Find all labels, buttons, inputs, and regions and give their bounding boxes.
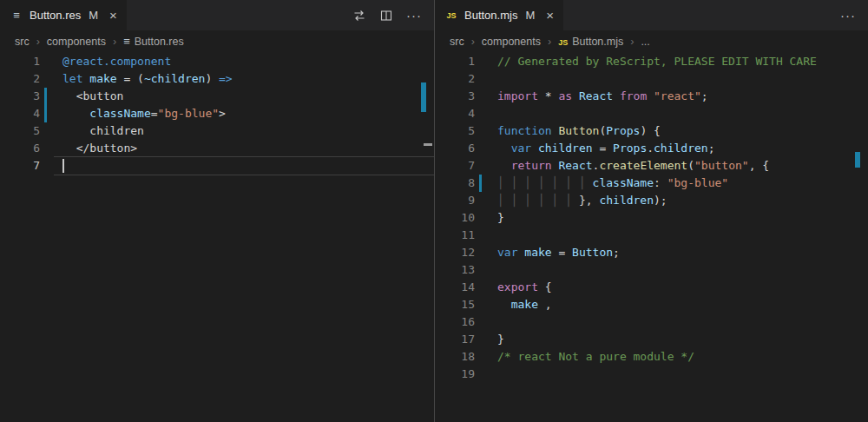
breadcrumb-separator: › [630, 36, 634, 48]
code-line[interactable]: 9│ │ │ │ │ │ }, children); [435, 192, 868, 209]
more-actions-icon[interactable]: ··· [840, 8, 856, 23]
line-number: 3 [0, 88, 40, 105]
code-line[interactable]: 7 return React.createElement("button", { [435, 157, 868, 175]
breadcrumb-separator: › [36, 36, 40, 48]
line-number: 17 [435, 331, 475, 348]
code-editor-rescript[interactable]: 1@react.component2let make = (~children)… [0, 53, 434, 422]
code-text: className="bg-blue"> [40, 105, 434, 122]
line-number: 1 [435, 53, 475, 70]
split-editor-icon[interactable] [379, 9, 393, 23]
code-line[interactable]: 6 </button> [0, 140, 434, 157]
breadcrumb-separator: › [548, 36, 551, 48]
line-number: 5 [435, 122, 475, 140]
breadcrumb-label: src [450, 36, 464, 48]
code-text: make , [475, 296, 868, 313]
code-line[interactable]: 16 [435, 313, 868, 331]
git-change-indicator [479, 175, 482, 192]
code-text: // Generated by ReScript, PLEASE EDIT WI… [475, 53, 868, 70]
breadcrumb-separator: › [471, 36, 475, 48]
code-line[interactable]: 4 [435, 105, 868, 122]
breadcrumb-item[interactable]: src [15, 36, 30, 48]
code-line[interactable]: 13 [435, 261, 868, 279]
editor-pane-left: ≡ Button.res M × ··· src›components›≡But… [0, 0, 434, 422]
breadcrumb-item[interactable]: src [450, 36, 464, 48]
line-number: 7 [0, 157, 40, 175]
code-line[interactable]: 3 <button [0, 88, 434, 105]
breadcrumb-item[interactable]: ... [641, 36, 649, 48]
tab-bar-right: JS Button.mjs M × ··· [435, 0, 868, 30]
code-line[interactable]: 17} [435, 331, 868, 348]
code-line[interactable]: 11 [435, 227, 868, 244]
tab-button-mjs[interactable]: JS Button.mjs M × [435, 0, 563, 30]
breadcrumb: src›components›≡Button.res [0, 30, 434, 53]
code-line[interactable]: 10} [435, 209, 868, 227]
line-number: 9 [435, 192, 475, 209]
git-modified-badge: M [89, 9, 98, 22]
file-icon: ≡ [10, 10, 23, 21]
code-text: export { [475, 279, 868, 296]
code-text: </button> [40, 140, 434, 157]
vscode-window: ≡ Button.res M × ··· src›components›≡But… [0, 0, 868, 422]
breadcrumb-item[interactable]: components [47, 36, 106, 48]
breadcrumb-item[interactable]: ≡Button.res [123, 36, 184, 48]
file-icon: ≡ [123, 36, 130, 48]
code-text [40, 157, 434, 175]
code-line[interactable]: 5 children [0, 122, 434, 140]
code-line[interactable]: 18/* react Not a pure module */ [435, 348, 868, 366]
tab-button-res[interactable]: ≡ Button.res M × [0, 0, 127, 30]
line-number: 5 [0, 122, 40, 140]
tab-bar-left: ≡ Button.res M × ··· [0, 0, 434, 30]
code-line[interactable]: 4 className="bg-blue"> [0, 105, 434, 122]
code-line[interactable]: 19 [435, 366, 868, 383]
code-line[interactable]: 2 [435, 70, 868, 88]
line-number: 10 [435, 209, 475, 227]
code-text: import * as React from "react"; [475, 88, 868, 105]
code-text [475, 313, 868, 331]
code-line[interactable]: 3import * as React from "react"; [435, 88, 868, 105]
code-text: } [475, 209, 868, 227]
line-number: 4 [0, 105, 40, 122]
editor-title-actions: ··· [840, 0, 868, 30]
code-text: <button [40, 88, 434, 105]
tab-label: Button.res [30, 9, 81, 22]
code-line[interactable]: 7 [0, 157, 434, 175]
code-text: } [475, 331, 868, 348]
breadcrumb-item[interactable]: components [482, 36, 541, 48]
js-icon: JS [444, 11, 458, 20]
close-icon[interactable]: × [109, 8, 117, 23]
code-line[interactable]: 8│ │ │ │ │ │ │ className: "bg-blue" [435, 175, 868, 192]
breadcrumb-label: components [47, 36, 106, 48]
code-text [475, 105, 868, 122]
breadcrumb-label: components [482, 36, 541, 48]
breadcrumb-separator: › [113, 36, 116, 48]
breadcrumb-item[interactable]: JSButton.mjs [558, 36, 623, 48]
code-line[interactable]: 12var make = Button; [435, 244, 868, 261]
code-line[interactable]: 6 var children = Props.children; [435, 140, 868, 157]
code-line[interactable]: 15 make , [435, 296, 868, 313]
code-line[interactable]: 1// Generated by ReScript, PLEASE EDIT W… [435, 53, 868, 70]
js-icon: JS [558, 36, 568, 48]
breadcrumb-label: src [15, 36, 30, 48]
close-icon[interactable]: × [546, 8, 554, 23]
code-text [475, 227, 868, 244]
code-text: var make = Button; [475, 244, 868, 261]
code-line[interactable]: 14export { [435, 279, 868, 296]
code-line[interactable]: 1@react.component [0, 53, 434, 70]
code-text: let make = (~children) => [40, 70, 434, 88]
line-number: 6 [0, 140, 40, 157]
code-text [475, 70, 868, 88]
code-text: │ │ │ │ │ │ }, children); [475, 192, 868, 209]
code-editor-js[interactable]: 1// Generated by ReScript, PLEASE EDIT W… [435, 53, 868, 422]
line-number: 3 [435, 88, 475, 105]
editor-pane-right: JS Button.mjs M × ··· src›components›JSB… [434, 0, 868, 422]
open-changes-icon[interactable] [352, 9, 366, 23]
git-modified-badge: M [525, 9, 535, 22]
git-change-indicator [44, 105, 47, 122]
code-line[interactable]: 5function Button(Props) { [435, 122, 868, 140]
more-actions-icon[interactable]: ··· [406, 8, 422, 23]
code-line[interactable]: 2let make = (~children) => [0, 70, 434, 88]
git-change-indicator [44, 88, 47, 105]
code-text [475, 366, 868, 383]
line-number: 4 [435, 105, 475, 122]
line-number: 18 [435, 348, 475, 366]
